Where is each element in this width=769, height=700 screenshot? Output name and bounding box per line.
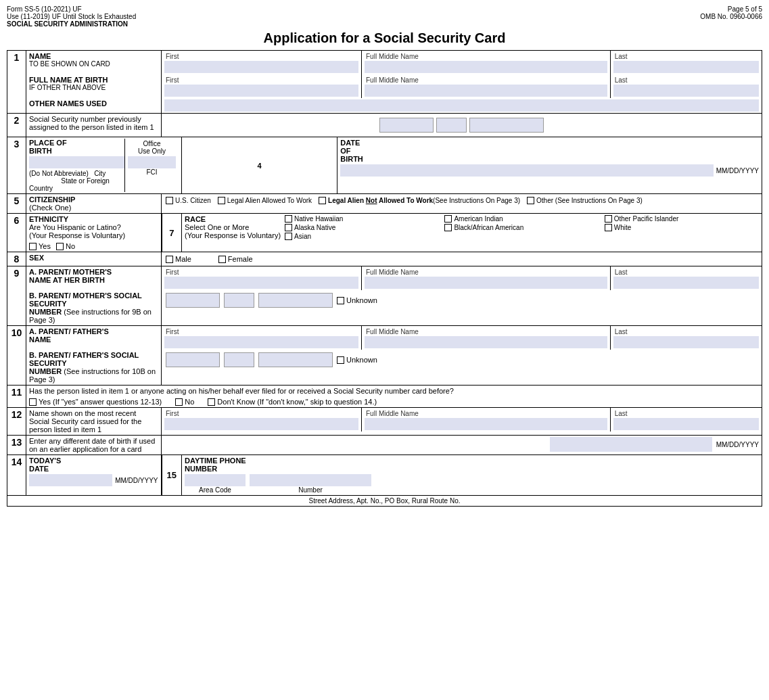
row-2: 2 Social Security number previously assi…	[7, 114, 762, 137]
row-14-label: TODAY'S DATE MM/DD/YYYY	[26, 455, 162, 496]
sex-female[interactable]: Female	[218, 255, 253, 263]
race-alaska-native[interactable]: Alaska Native	[285, 224, 439, 231]
ssn-box-1[interactable]	[379, 118, 434, 133]
black-african-checkbox[interactable]	[444, 224, 452, 231]
row-5-options: U.S. Citizen Legal Alien Allowed To Work…	[162, 194, 762, 214]
omb-number: OMB No. 0960-0066	[700, 13, 762, 20]
row-1-birth-fields: First Full Middle Name Last	[162, 74, 762, 98]
mother-ssn-box-1[interactable]	[166, 293, 220, 308]
row-1-name: 1 NAME TO BE SHOWN ON CARD First Full Mi…	[7, 51, 762, 75]
ethnicity-yes-checkbox[interactable]	[29, 243, 37, 250]
row-10a: 10 A. PARENT/ FATHER'S NAME First Full M…	[7, 326, 762, 350]
white-checkbox[interactable]	[605, 224, 612, 231]
father-ssn-box-3[interactable]	[258, 352, 333, 367]
race-other-pacific[interactable]: Other Pacific Islander	[605, 215, 759, 223]
mother-unknown-checkbox[interactable]	[337, 297, 344, 304]
row-1-birth: FULL NAME AT BIRTH IF OTHER THAN ABOVE F…	[7, 74, 762, 98]
row-11: 11 Has the person listed in item 1 or an…	[7, 386, 762, 408]
citizenship-other[interactable]: Other (See Instructions On Page 3)	[527, 197, 643, 204]
ssn-box-2[interactable]	[436, 118, 467, 133]
ethnicity-no-checkbox[interactable]	[56, 243, 64, 250]
ethnicity-yes[interactable]: Yes	[29, 242, 51, 250]
citizenship-legal-alien-allowed[interactable]: Legal Alien Allowed To Work	[218, 197, 312, 204]
row-2-number: 2	[7, 114, 26, 137]
row-8: 8 SEX Male Female	[7, 252, 762, 266]
item11-dontknow[interactable]: Don't Know (If "don't know," skip to que…	[208, 398, 377, 406]
row-9-number: 9	[7, 266, 26, 326]
sex-male[interactable]: Male	[166, 255, 191, 263]
row-7-number: 7	[162, 214, 182, 252]
footer-row: Street Address, Apt. No., PO Box, Rural …	[7, 496, 762, 507]
other-checkbox[interactable]	[527, 197, 534, 204]
row-1-name-fields: First Full Middle Name Last	[162, 51, 762, 75]
row-5-number: 5	[7, 194, 26, 214]
row-8-number: 8	[7, 252, 26, 266]
phone-number-input[interactable]	[250, 474, 371, 486]
father-unknown[interactable]: Unknown	[337, 356, 377, 364]
native-hawaiian-checkbox[interactable]	[285, 215, 292, 223]
row-5-label: CITIZENSHIP (Check One)	[26, 194, 162, 214]
row-10b: B. PARENT/ FATHER'S SOCIAL SECURITY NUMB…	[7, 350, 762, 386]
race-white[interactable]: White	[605, 224, 759, 231]
row-13-label: Enter any different date of birth if use…	[26, 436, 162, 455]
row-8-sex-options: Male Female	[162, 252, 762, 266]
race-black-african[interactable]: Black/African American	[444, 224, 599, 231]
row-9b-label: B. PARENT/ MOTHER'S SOCIAL SECURITY NUMB…	[26, 290, 162, 326]
row-15-number: 15	[162, 455, 182, 496]
row-13-date: MM/DD/YYYY	[162, 436, 762, 455]
mother-ssn-box-2[interactable]	[224, 293, 254, 308]
row-9b-ssn: Unknown	[162, 290, 762, 326]
legal-alien-allowed-checkbox[interactable]	[218, 197, 225, 204]
row-1-number: 1	[7, 51, 26, 114]
row-2-label: Social Security number previously assign…	[26, 114, 162, 137]
item11-no-checkbox[interactable]	[175, 398, 183, 406]
mother-unknown[interactable]: Unknown	[337, 296, 377, 304]
row-10a-fields: First Full Middle Name Last	[162, 326, 762, 350]
item11-no[interactable]: No	[175, 398, 194, 406]
row-12-number: 12	[7, 408, 26, 436]
ssn-box-3[interactable]	[469, 118, 544, 133]
row-10b-ssn: Unknown	[162, 350, 762, 386]
ethnicity-no[interactable]: No	[56, 242, 75, 250]
race-american-indian[interactable]: American Indian	[444, 215, 599, 223]
us-citizen-checkbox[interactable]	[166, 197, 173, 204]
father-unknown-checkbox[interactable]	[337, 356, 344, 364]
row-9a: 9 A. PARENT/ MOTHER'S NAME AT HER BIRTH …	[7, 266, 762, 291]
row-9b: B. PARENT/ MOTHER'S SOCIAL SECURITY NUMB…	[7, 290, 762, 326]
male-checkbox[interactable]	[166, 256, 173, 263]
row-3-4: 3 PLACE OFBIRTH (Do Not Abbreviate) City…	[7, 137, 762, 194]
row-13: 13 Enter any different date of birth if …	[7, 436, 762, 455]
item11-yes-checkbox[interactable]	[29, 398, 37, 406]
row-6-7: 6 ETHNICITY Are You Hispanic or Latino? …	[7, 214, 762, 252]
row-6-number: 6	[7, 214, 26, 252]
row-10b-label: B. PARENT/ FATHER'S SOCIAL SECURITY NUMB…	[26, 350, 162, 386]
row-4-number: 4	[182, 137, 337, 194]
row-3-number: 3	[7, 137, 26, 194]
row-10-number: 10	[7, 326, 26, 386]
row-5: 5 CITIZENSHIP (Check One) U.S. Citizen L…	[7, 194, 762, 214]
row-13-date-input[interactable]	[550, 437, 712, 452]
form-table: 1 NAME TO BE SHOWN ON CARD First Full Mi…	[7, 50, 762, 507]
female-checkbox[interactable]	[218, 256, 226, 263]
asian-checkbox[interactable]	[285, 233, 292, 240]
item11-yes[interactable]: Yes (If "yes" answer questions 12-13)	[29, 398, 162, 406]
agency: SOCIAL SECURITY ADMINISTRATION	[7, 20, 136, 28]
citizenship-legal-alien-not-allowed[interactable]: Legal Alien Not Allowed To Work(See Inst…	[319, 197, 520, 204]
item11-dontknow-checkbox[interactable]	[208, 398, 215, 406]
father-ssn-box-1[interactable]	[166, 352, 220, 367]
today-date-input[interactable]	[29, 474, 112, 486]
row-12-fields: First Full Middle Name Last	[162, 408, 762, 436]
row-14-number: 14	[7, 455, 26, 496]
american-indian-checkbox[interactable]	[444, 215, 452, 223]
form-id: Form SS-5 (10-2021) UF	[7, 5, 136, 13]
other-pacific-checkbox[interactable]	[605, 215, 612, 223]
father-ssn-box-2[interactable]	[224, 352, 254, 367]
mother-ssn-box-3[interactable]	[258, 293, 333, 308]
race-asian[interactable]: Asian	[285, 233, 439, 240]
citizenship-us-citizen[interactable]: U.S. Citizen	[166, 197, 211, 204]
alaska-native-checkbox[interactable]	[285, 224, 292, 231]
area-code-input[interactable]	[185, 474, 246, 486]
header-right: Page 5 of 5 OMB No. 0960-0066	[700, 5, 762, 28]
legal-alien-not-allowed-checkbox[interactable]	[319, 197, 326, 204]
race-native-hawaiian[interactable]: Native Hawaiian	[285, 215, 439, 223]
